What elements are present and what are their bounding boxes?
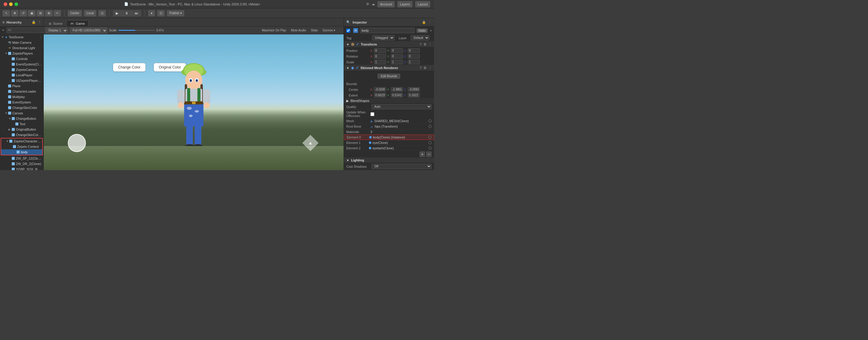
scale-x[interactable] <box>374 60 386 64</box>
object-name-input[interactable] <box>360 28 415 33</box>
layers-button[interactable]: Layers <box>397 1 412 7</box>
center-toggle[interactable]: Center <box>67 10 82 17</box>
mesh-select-icon[interactable] <box>429 119 432 122</box>
maximize-on-play-btn[interactable]: Maximize On Play <box>262 29 286 32</box>
grid-toggle[interactable]: ⊡ <box>98 10 106 17</box>
list-item-body[interactable]: body <box>1 149 42 155</box>
list-item[interactable]: ZW_DR_2(Clone) <box>0 161 43 167</box>
minimize-button[interactable] <box>9 2 13 6</box>
list-item[interactable]: ▶ OriginalButton <box>0 127 43 132</box>
extent-y[interactable] <box>391 93 403 97</box>
extent-x[interactable] <box>374 93 386 97</box>
static-dropdown-icon[interactable]: ▾ <box>430 29 432 32</box>
list-item[interactable]: EventSystem(Clone) <box>0 61 43 67</box>
list-item[interactable]: ChangeSkinColor... <box>0 132 43 138</box>
settings-icon[interactable]: ⚙ <box>424 42 427 47</box>
resolution-dropdown[interactable]: Full HD (1920x1080) <box>70 27 107 33</box>
custom-tool[interactable]: ✂ <box>53 10 61 17</box>
publish-button[interactable]: Publish ▾ <box>167 10 184 17</box>
hand-tool[interactable]: ↖ <box>2 10 10 17</box>
record-button[interactable]: ● <box>148 10 155 17</box>
hierarchy-search[interactable] <box>6 27 48 33</box>
scale-y[interactable] <box>391 60 403 64</box>
rot-z[interactable] <box>408 54 420 59</box>
mute-audio-btn[interactable]: Mute Audio <box>291 29 306 32</box>
display-dropdown[interactable]: Display 1 <box>45 27 68 33</box>
element1-select-icon[interactable] <box>429 141 432 144</box>
scale-tool[interactable]: ▣ <box>28 10 36 17</box>
pos-y[interactable] <box>391 48 403 53</box>
change-color-ui-button[interactable]: Change Color <box>113 63 146 72</box>
rot-x[interactable] <box>374 54 386 59</box>
update-offscreen-checkbox[interactable] <box>370 112 374 116</box>
center-y[interactable] <box>391 87 403 92</box>
extent-z[interactable] <box>408 93 420 97</box>
rot-y[interactable] <box>391 54 403 59</box>
center-x[interactable] <box>374 87 386 92</box>
local-toggle[interactable]: Local <box>84 10 96 17</box>
list-item[interactable]: 📷 Main Camera <box>0 40 43 45</box>
rect-tool[interactable]: ⊞ <box>36 10 44 17</box>
list-item[interactable]: Zepeto Context <box>1 144 42 149</box>
list-item[interactable]: ▼ ◈ TestScene ⋮ <box>0 34 43 40</box>
center-z[interactable] <box>408 87 420 92</box>
list-item[interactable]: Multiplay <box>0 94 43 100</box>
list-item[interactable]: UIZepetoPlayerControl <box>0 78 43 83</box>
left-joystick[interactable] <box>68 134 86 152</box>
list-item[interactable]: ▼ ChangeButton <box>0 116 43 121</box>
list-item[interactable]: Plane <box>0 83 43 89</box>
move-tool[interactable]: ✥ <box>11 10 19 17</box>
broadcast-button[interactable]: ⊡ <box>157 10 165 17</box>
rootbone-select-icon[interactable] <box>429 125 432 128</box>
list-item[interactable]: ZW_SP_12(Clone) <box>0 156 43 161</box>
static-badge[interactable]: Static <box>416 28 428 33</box>
layer-select[interactable]: Default <box>411 35 430 40</box>
rotate-tool[interactable]: ↺ <box>19 10 27 17</box>
more-icon[interactable]: ⋮ <box>428 66 432 70</box>
list-item[interactable]: CharacterLoader <box>0 89 43 94</box>
cast-shadows-select[interactable]: Off <box>372 164 432 169</box>
account-button[interactable]: Account <box>377 1 395 7</box>
element2-select-icon[interactable] <box>429 147 432 150</box>
gizmos-btn[interactable]: Gizmos ▾ <box>322 29 335 32</box>
scale-slider[interactable] <box>119 30 155 31</box>
list-item[interactable]: ZepetoCamera <box>0 67 43 73</box>
quality-select[interactable]: Auto <box>372 104 432 109</box>
pos-z[interactable] <box>408 48 420 53</box>
close-button[interactable] <box>4 2 7 6</box>
tab-scene[interactable]: ⊞ Scene <box>45 20 66 27</box>
question-icon[interactable]: ? <box>420 66 422 70</box>
lighting-section-header[interactable]: ▼ Lighting <box>344 158 434 163</box>
hierarchy-menu-icon[interactable]: ⋮ <box>38 20 41 24</box>
question-icon[interactable]: ? <box>420 42 422 47</box>
transform-section-header[interactable]: ▼ ⊞ ✓ Transform ? ⚙ ⋮ <box>344 41 434 48</box>
maximize-button[interactable] <box>14 2 18 6</box>
inspector-menu-icon[interactable]: ⋮ <box>428 21 432 24</box>
hierarchy-add-btn[interactable]: + <box>1 28 5 33</box>
transform-tool[interactable]: ✿ <box>45 10 53 17</box>
settings-icon[interactable]: ⚙ <box>424 66 427 70</box>
list-item[interactable]: ☀ Directional Light <box>0 45 43 51</box>
list-item[interactable]: Controls <box>0 56 43 61</box>
play-button[interactable]: ▶ <box>113 10 122 17</box>
hierarchy-lock-icon[interactable]: 🔒 <box>32 20 36 24</box>
list-item[interactable]: ChangeSkinColor <box>0 105 43 110</box>
add-element-button[interactable]: + <box>420 151 425 157</box>
list-item[interactable]: ▼ ZepetoPlayers <box>0 51 43 56</box>
layout-button[interactable]: Layout <box>415 1 430 7</box>
inspector-lock-icon[interactable]: 🔒 <box>422 20 426 24</box>
pause-button[interactable]: ⏸ <box>122 10 132 17</box>
list-item[interactable]: Text <box>0 121 43 127</box>
active-checkbox[interactable] <box>346 29 350 33</box>
scale-z[interactable] <box>408 60 420 64</box>
settings-icon[interactable]: ⚙ <box>366 2 369 6</box>
tab-game[interactable]: 🎮 Game <box>66 20 89 27</box>
list-item[interactable]: ▼ Canvas <box>0 110 43 116</box>
stats-btn[interactable]: Stats <box>311 29 318 32</box>
list-item[interactable]: EventSystem <box>0 100 43 105</box>
list-item[interactable]: LocalPlayer <box>0 73 43 78</box>
step-button[interactable]: ⏭ <box>132 10 141 17</box>
list-item[interactable]: ▼ ZepetoCharacter_... <box>1 139 42 144</box>
more-icon[interactable]: ⋮ <box>428 42 432 47</box>
edit-bounds-button[interactable]: Edit Bounds <box>378 74 401 79</box>
